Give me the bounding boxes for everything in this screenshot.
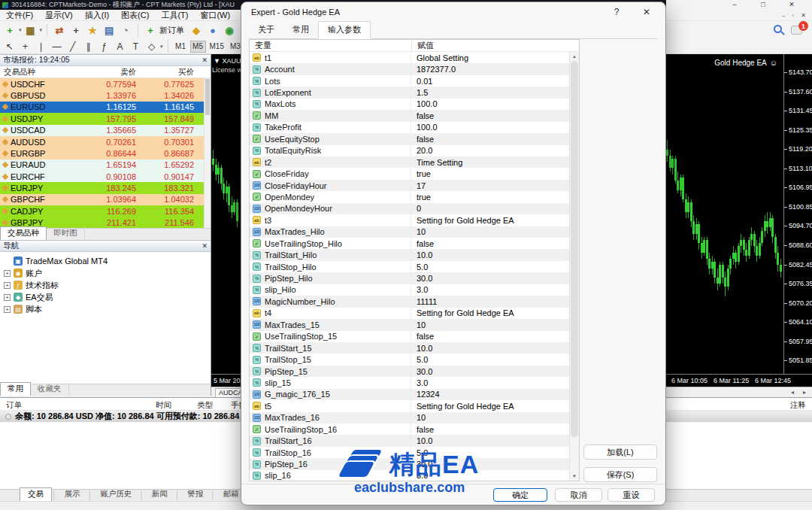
tick-chart-icon[interactable]: ⇄	[52, 23, 67, 38]
expand-icon[interactable]: +	[4, 294, 11, 301]
dialog-tab-2[interactable]: 常用	[283, 22, 318, 38]
param-row[interactable]: abt5Setting for Gold Hedge EA	[250, 400, 569, 411]
scroll-right-icon[interactable]: ▸	[803, 389, 806, 396]
dropdown-arrow-icon[interactable]: ▾	[160, 44, 163, 50]
navigator-item-2[interactable]: +ƒ技术指标	[4, 279, 211, 291]
mdi-minimize-button[interactable]: –	[782, 12, 785, 19]
param-value-cell[interactable]: 10.0	[411, 249, 569, 260]
market-watch-tab-1[interactable]: 交易品种	[0, 226, 47, 240]
param-value-cell[interactable]: 17	[411, 180, 569, 191]
signals-icon[interactable]: ◉	[222, 23, 237, 38]
column-order[interactable]: 订单	[6, 400, 22, 411]
param-value-cell[interactable]: false	[411, 331, 569, 342]
vertical-line-icon[interactable]: |	[34, 40, 48, 53]
scrollbar-thumb[interactable]	[571, 61, 578, 437]
param-value-cell[interactable]: Time Setting	[411, 156, 569, 168]
param-row[interactable]: ½slip_153.0	[250, 377, 569, 388]
param-row[interactable]: abt1Global Setting	[250, 52, 569, 63]
navigator-tab-2[interactable]: 收藏夹	[31, 383, 69, 396]
market-watch-tab-2[interactable]: 即时图	[47, 227, 85, 240]
reset-button[interactable]: 重设	[607, 488, 655, 502]
param-row[interactable]: ✓UseTrailingStop_Hilofalse	[250, 238, 569, 249]
param-value-cell[interactable]: false	[411, 238, 569, 249]
experts-icon[interactable]: ●	[205, 23, 220, 38]
param-row[interactable]: ✓CloseFridaytrue	[250, 168, 569, 179]
shapes-icon[interactable]: ◇	[144, 40, 159, 53]
param-row[interactable]: abt3Setting for Gold Hedge EA	[250, 214, 569, 226]
column-time[interactable]: 时间	[135, 400, 171, 411]
market-watch-row[interactable]: AUDUSD0.702610.70301	[0, 136, 211, 147]
expand-icon[interactable]: +	[4, 270, 11, 277]
param-value-cell[interactable]: Setting for Gold Hedge EA	[411, 214, 569, 226]
dialog-tab-3[interactable]: 输入参数	[318, 21, 371, 39]
column-type[interactable]: 类型	[183, 400, 213, 411]
param-value-cell[interactable]: 10	[411, 319, 569, 330]
text-icon[interactable]: A	[113, 40, 127, 53]
trendline-icon[interactable]: ╱	[65, 40, 80, 53]
dialog-tab-1[interactable]: 关于	[249, 22, 283, 38]
navigator-root[interactable]: ▣TradeMax Global MT4	[4, 255, 211, 267]
param-value-cell[interactable]: Setting for Gold Hedge EA	[411, 308, 569, 319]
param-row[interactable]: ½TrailStop_155.0	[250, 354, 569, 365]
scroll-up-icon[interactable]: ▲	[570, 52, 579, 61]
expand-icon[interactable]: +	[4, 282, 11, 289]
fibonacci-icon[interactable]: ƒ	[97, 40, 111, 53]
param-row[interactable]: 123MaxTrades_Hilo10	[250, 226, 569, 238]
param-row[interactable]: ½PipStep_Hilo30.0	[250, 272, 569, 284]
data-window-icon[interactable]: ▤	[102, 23, 117, 38]
param-row[interactable]: ½Account1872377.0	[250, 63, 569, 74]
market-watch-row[interactable]: USDJPY157.795157.849	[0, 113, 211, 124]
param-value-cell[interactable]: 0	[411, 203, 569, 214]
crosshair-icon[interactable]: +	[68, 23, 83, 38]
menu-item-3[interactable]: 插入(I)	[79, 10, 115, 21]
param-row[interactable]: ½TakeProfit100.0	[250, 122, 569, 133]
param-row[interactable]: ½PipStep_1530.0	[250, 366, 569, 377]
column-bid[interactable]: 卖价	[83, 67, 136, 77]
new-order-icon[interactable]: +	[143, 23, 158, 38]
horizontal-line-icon[interactable]: —	[50, 40, 64, 53]
param-row[interactable]: ½TrailStart_1610.0	[250, 435, 569, 446]
param-row[interactable]: 123OpenMondeyHour0	[250, 203, 569, 214]
param-row[interactable]: abt2Time Setting	[250, 156, 569, 168]
market-watch-row[interactable]: USDCHF0.775940.77625	[0, 78, 211, 90]
params-scrollbar[interactable]: ▲ ▼	[569, 52, 579, 481]
terminal-tab-3[interactable]: 账户历史	[92, 488, 139, 501]
history-center-icon[interactable]: ◆	[189, 23, 204, 38]
dropdown-arrow-icon[interactable]: ▾	[19, 27, 22, 33]
param-value-cell[interactable]: 20.0	[411, 145, 569, 156]
param-row[interactable]: ½TrailStop_Hilo5.0	[250, 261, 569, 272]
param-value-cell[interactable]: Setting for Gold Hedge EA	[411, 400, 569, 411]
param-row[interactable]: ½TotalEquityRisk20.0	[250, 145, 569, 156]
close-button[interactable]: ✕	[783, 0, 800, 10]
market-watch-scrollbar[interactable]	[204, 78, 211, 229]
expand-icon[interactable]: +	[4, 306, 11, 313]
market-watch-row[interactable]: EURAUD1.651941.65292	[0, 159, 211, 171]
param-value-cell[interactable]: 5.0	[411, 261, 569, 272]
param-value-cell[interactable]: true	[411, 191, 569, 202]
param-value-cell[interactable]: 10	[411, 412, 569, 423]
menu-item-5[interactable]: 工具(T)	[155, 10, 194, 21]
terminal-tab-5[interactable]: 警报	[180, 488, 211, 501]
column-value[interactable]: 赋值	[411, 40, 579, 51]
new-chart-icon[interactable]: +	[2, 23, 17, 38]
param-row[interactable]: ✓MMfalse	[250, 110, 569, 121]
param-row[interactable]: 123MaxTrades_1610	[250, 412, 569, 423]
new-order-icon-label[interactable]: 新订单	[159, 25, 184, 36]
scrollbar-thumb[interactable]	[205, 79, 210, 115]
param-value-cell[interactable]: 30.0	[411, 272, 569, 284]
param-value-cell[interactable]: 3.0	[411, 377, 569, 388]
scroll-left-icon[interactable]: ◂	[791, 389, 794, 396]
param-value-cell[interactable]: 1.5	[411, 87, 569, 98]
timeframe-m1[interactable]: M1	[173, 41, 189, 53]
label-icon[interactable]: T	[129, 40, 143, 53]
ok-button[interactable]: 确定	[493, 488, 547, 502]
mdi-close-button[interactable]: ✕	[801, 12, 806, 19]
param-row[interactable]: ½MaxLots100.0	[250, 99, 569, 110]
param-value-cell[interactable]: 100.0	[411, 122, 569, 133]
market-watch-row[interactable]: CADJPY116.269116.354	[0, 205, 211, 217]
param-row[interactable]: ½TrailStart_1510.0	[250, 342, 569, 354]
param-value-cell[interactable]: true	[411, 168, 569, 179]
param-row[interactable]: 123G_magic_176_1512324	[250, 389, 569, 400]
navigator-item-1[interactable]: +◉账户	[4, 267, 211, 279]
param-row[interactable]: 123MaxTrades_1510	[250, 319, 569, 330]
